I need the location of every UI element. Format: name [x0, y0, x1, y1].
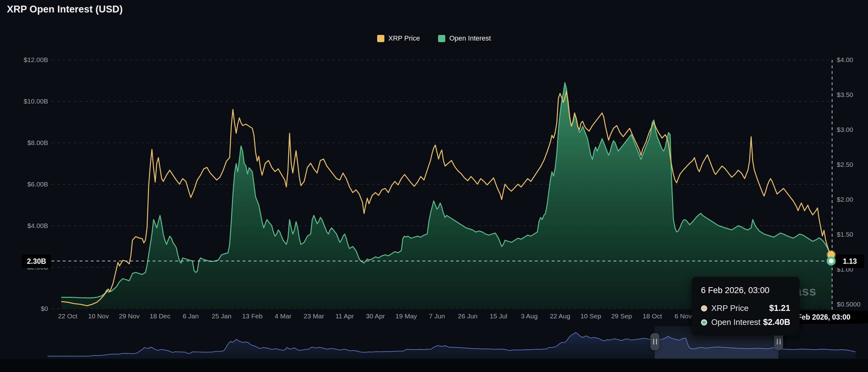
x-axis-label: 13 Feb: [242, 312, 262, 320]
x-axis-label: 22 Aug: [550, 312, 570, 320]
x-axis-label: 22 Oct: [58, 312, 78, 320]
bottom-strip: [0, 359, 868, 372]
tooltip-row: XRP Price$1.21: [701, 303, 790, 313]
x-axis-label: 26 Jun: [458, 312, 477, 320]
y-axis-right-label: $3.00: [837, 126, 853, 133]
x-axis-label: 10 Sep: [581, 312, 601, 320]
y-axis-left-label: $0: [4, 305, 48, 312]
y-axis-right-label: $1.50: [837, 231, 853, 238]
tooltip-series-value: $1.21: [769, 303, 790, 313]
y-axis-left-label: $8.00B: [4, 139, 48, 146]
y-axis-right-label: $3.50: [837, 91, 853, 99]
x-axis-label: 3 Aug: [521, 312, 538, 320]
tooltip-date: 6 Feb 2026, 03:00: [701, 285, 790, 295]
x-axis-label: 15 Jul: [490, 312, 507, 320]
y-axis-right-label: $2.50: [837, 161, 853, 168]
navigator-left-handle-icon[interactable]: [650, 333, 659, 350]
series-dot-icon: [701, 305, 707, 311]
y-axis-right-label: $2.00: [837, 196, 853, 203]
crosshair-left-value-badge: 2.30B: [22, 255, 51, 268]
x-axis-label: 18 Oct: [643, 312, 662, 320]
tooltip-series-label: XRP Price: [711, 303, 748, 313]
x-axis-label: 18 Dec: [150, 312, 170, 320]
y-axis-left-label: $10.00B: [4, 98, 48, 105]
open-interest-chart-app: XRP Open Interest (USD) XRP PriceOpen In…: [0, 0, 868, 372]
x-axis-label: 7 Jun: [429, 312, 445, 320]
x-axis-label: 29 Sep: [611, 312, 632, 320]
tooltip-series-value: $2.40B: [763, 317, 790, 327]
open-interest-marker: [828, 258, 835, 264]
tooltip-series-label: Open Interest: [711, 317, 761, 327]
y-axis-left-label: $6.00B: [4, 180, 48, 188]
navigator-right-handle-icon[interactable]: [774, 333, 783, 350]
tooltip-row: Open Interest$2.40B: [701, 317, 790, 327]
x-axis-label: 6 Jan: [183, 312, 198, 320]
series-dot-icon: [701, 319, 707, 326]
open-interest-area: [61, 82, 832, 309]
x-axis-label: 29 Nov: [119, 312, 140, 320]
x-axis-label: 19 May: [395, 312, 417, 320]
x-axis-label: 6 Nov: [674, 312, 691, 320]
x-axis-label: 25 Jan: [212, 312, 231, 320]
y-axis-left-label: $12.00B: [4, 56, 48, 64]
y-axis-left-label: $4.00B: [4, 222, 48, 230]
chart-tooltip: 6 Feb 2026, 03:00 XRP Price$1.21Open Int…: [691, 277, 800, 336]
x-axis-label: 4 Mar: [275, 312, 291, 320]
x-axis-label: 23 Mar: [304, 312, 324, 320]
y-axis-right-label: $0.5000: [837, 301, 861, 308]
x-axis-label: 30 Apr: [366, 312, 385, 320]
x-axis-label: 11 Apr: [335, 312, 354, 320]
x-axis-label: 10 Nov: [88, 312, 109, 320]
y-axis-right-label: $4.00: [837, 56, 853, 64]
crosshair-right-value-badge: 1.13: [836, 255, 864, 268]
